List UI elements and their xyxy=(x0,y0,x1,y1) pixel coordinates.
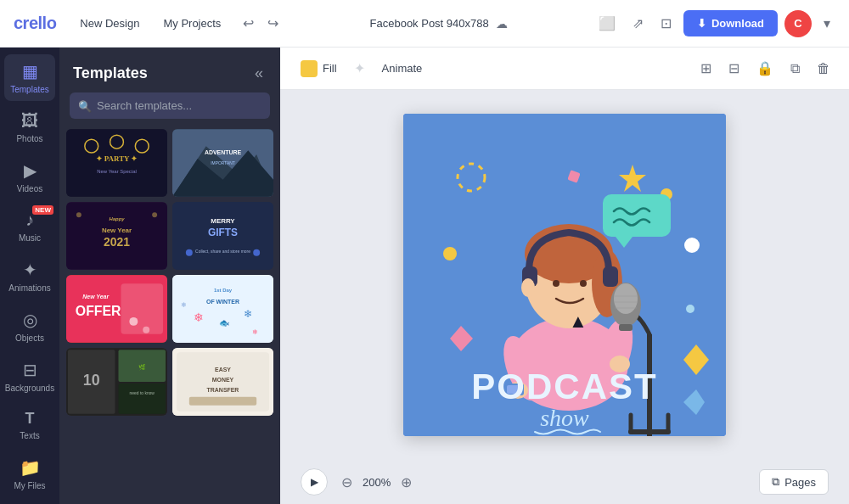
photos-icon: 🖼 xyxy=(21,111,38,131)
svg-point-28 xyxy=(143,327,149,333)
duplicate-icon-button[interactable]: ⧉ xyxy=(785,56,805,81)
sidebar-item-myfiles[interactable]: 📁 My Files xyxy=(4,451,55,497)
pages-icon: ⧉ xyxy=(772,475,779,489)
svg-text:❄: ❄ xyxy=(194,311,204,324)
svg-text:🐟: 🐟 xyxy=(219,317,230,328)
svg-text:New Year Special: New Year Special xyxy=(97,169,137,174)
sidebar-item-photos-label: Photos xyxy=(16,134,42,143)
svg-point-74 xyxy=(580,280,587,287)
svg-point-27 xyxy=(129,317,138,326)
templates-grid: ✦ PARTY ✦ New Year Special ADVENTURE IMP… xyxy=(59,129,280,504)
fill-button[interactable]: Fill xyxy=(294,57,344,81)
collapse-panel-button[interactable]: « xyxy=(251,61,267,86)
canvas-frame[interactable]: PODCAST show xyxy=(403,114,726,436)
zoom-controls: ⊖ 200% ⊕ xyxy=(338,471,415,494)
svg-rect-49 xyxy=(189,397,256,406)
animations-icon: ✦ xyxy=(23,260,37,280)
canvas-toolbar: Fill ✦ Animate ⊞ ⊟ 🔒 ⧉ 🗑 xyxy=(280,48,849,90)
sidebar-item-objects[interactable]: ◎ Objects xyxy=(4,303,55,350)
sidebar-item-templates[interactable]: ▦ Templates xyxy=(4,54,55,101)
svg-text:OF WINTER: OF WINTER xyxy=(206,299,239,305)
sidebar-item-animations-label: Animations xyxy=(8,283,50,293)
user-avatar-button[interactable]: C xyxy=(784,10,812,37)
sidebar-item-backgrounds-label: Backgrounds xyxy=(5,384,54,393)
undo-button[interactable]: ↩ xyxy=(238,10,259,36)
sidebar-item-videos[interactable]: ▶ Videos xyxy=(4,154,55,200)
sidebar-item-videos-label: Videos xyxy=(17,184,42,193)
svg-text:2021: 2021 xyxy=(104,235,130,249)
animate-label: Animate xyxy=(382,62,423,75)
svg-rect-42 xyxy=(118,384,166,414)
redo-button[interactable]: ↪ xyxy=(262,10,284,36)
template-card[interactable]: Happy New Year 2021 xyxy=(66,202,167,270)
svg-text:ADVENTURE: ADVENTURE xyxy=(205,149,242,155)
music-new-badge: NEW xyxy=(32,205,53,215)
animate-button[interactable]: Animate xyxy=(375,59,430,78)
align-icon-button[interactable]: ⊟ xyxy=(723,55,745,81)
podcast-illustration: PODCAST show xyxy=(403,114,726,436)
present-icon-button[interactable]: ⬜ xyxy=(593,10,621,36)
my-projects-button[interactable]: My Projects xyxy=(156,14,228,33)
svg-point-83 xyxy=(614,283,638,314)
download-icon: ⬇ xyxy=(697,17,706,30)
svg-text:✦ PARTY ✦: ✦ PARTY ✦ xyxy=(96,154,138,163)
new-design-button[interactable]: New Design xyxy=(73,14,146,33)
search-templates-input[interactable] xyxy=(70,92,270,119)
sidebar-item-music[interactable]: ♪ Music NEW xyxy=(4,204,55,249)
template-card[interactable]: New Year OFFER xyxy=(66,275,167,343)
cloud-save-icon: ☁ xyxy=(496,17,508,31)
share-button[interactable]: ⇗ xyxy=(627,10,649,36)
pages-label: Pages xyxy=(784,476,816,489)
topbar: crello New Design My Projects ↩ ↪ Facebo… xyxy=(0,0,849,48)
play-button[interactable]: ▶ xyxy=(301,468,328,496)
sidebar-item-texts-label: Texts xyxy=(20,431,39,440)
backgrounds-icon: ⊟ xyxy=(23,360,37,380)
sidebar-item-backgrounds[interactable]: ⊟ Backgrounds xyxy=(4,353,55,400)
zoom-out-button[interactable]: ⊖ xyxy=(338,471,356,494)
svg-text:IMPORTANT: IMPORTANT xyxy=(211,161,235,165)
sidebar-icons: ▦ Templates 🖼 Photos ▶ Videos ♪ Music NE… xyxy=(0,48,59,504)
sidebar-item-texts[interactable]: T Texts xyxy=(4,403,55,447)
svg-point-22 xyxy=(253,249,260,256)
main-layout: ▦ Templates 🖼 Photos ▶ Videos ♪ Music NE… xyxy=(0,48,849,504)
undo-redo-group: ↩ ↪ xyxy=(238,10,284,36)
canvas-area: Fill ✦ Animate ⊞ ⊟ 🔒 ⧉ 🗑 xyxy=(280,48,849,504)
canvas-main[interactable]: PODCAST show ▲ xyxy=(280,90,849,460)
svg-rect-60 xyxy=(603,194,671,237)
svg-rect-72 xyxy=(603,266,618,287)
template-card[interactable]: ✦ PARTY ✦ New Year Special xyxy=(66,129,167,197)
svg-text:GIFTS: GIFTS xyxy=(208,227,238,238)
template-card[interactable]: 10 🌿 need to know xyxy=(66,348,167,416)
user-menu-chevron[interactable]: ▾ xyxy=(818,10,835,36)
topbar-right: ⬜ ⇗ ⊡ ⬇ Download C ▾ xyxy=(593,10,835,37)
svg-text:EASY: EASY xyxy=(215,367,231,372)
template-card[interactable]: MERRY GIFTS Collect, share and store mor… xyxy=(172,202,273,270)
brand-logo[interactable]: crello xyxy=(14,14,56,33)
sidebar-item-myfiles-label: My Files xyxy=(14,481,45,490)
template-card[interactable]: 1st Day OF WINTER ❄ 🐟 ❄ ❄ ❄ xyxy=(172,275,273,343)
lock-icon-button[interactable]: 🔒 xyxy=(751,55,779,81)
sidebar-item-music-label: Music xyxy=(19,233,41,243)
panel-header: Templates « xyxy=(59,48,280,92)
pages-button[interactable]: ⧉ Pages xyxy=(759,469,829,495)
myfiles-icon: 📁 xyxy=(20,457,41,478)
svg-point-15 xyxy=(76,212,82,217)
template-card[interactable]: EASY MONEY TRANSFER xyxy=(172,348,273,416)
svg-text:MERRY: MERRY xyxy=(211,217,235,225)
svg-text:New Year: New Year xyxy=(82,294,110,300)
template-card[interactable]: ADVENTURE IMPORTANT xyxy=(172,129,273,197)
zoom-in-button[interactable]: ⊕ xyxy=(397,471,415,494)
sidebar-item-photos[interactable]: 🖼 Photos xyxy=(4,104,55,150)
layers-icon-button[interactable]: ⊞ xyxy=(695,55,717,81)
svg-text:OFFER: OFFER xyxy=(76,304,121,318)
doc-title-area: Facebook Post 940x788 ☁ xyxy=(294,17,583,31)
svg-point-55 xyxy=(686,305,694,313)
download-button[interactable]: ⬇ Download xyxy=(683,10,778,36)
download-label: Download xyxy=(711,17,764,30)
resize-button[interactable]: ⊡ xyxy=(655,10,677,36)
svg-text:❄: ❄ xyxy=(252,328,258,336)
zoom-level: 200% xyxy=(363,476,391,489)
sidebar-item-animations[interactable]: ✦ Animations xyxy=(4,253,55,300)
toolbar-right-icons: ⊞ ⊟ 🔒 ⧉ 🗑 xyxy=(695,55,835,81)
delete-icon-button[interactable]: 🗑 xyxy=(812,56,835,81)
